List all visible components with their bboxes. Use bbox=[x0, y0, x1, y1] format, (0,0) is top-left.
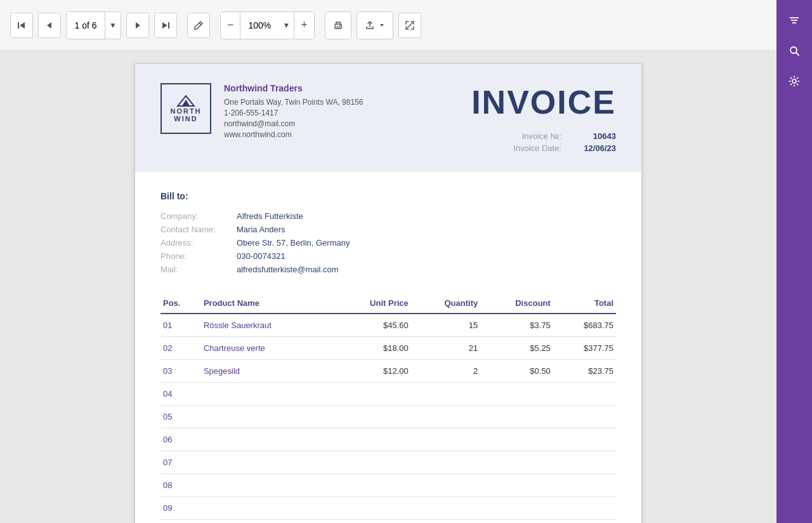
cell-discount bbox=[480, 428, 553, 451]
col-unit-price: Unit Price bbox=[332, 293, 411, 314]
invoice-document: NORTH WIND Northwind Traders One Portals… bbox=[134, 63, 642, 523]
cell-discount bbox=[480, 406, 553, 428]
filter-button[interactable] bbox=[782, 8, 807, 33]
zoom-dropdown-button[interactable]: ▼ bbox=[278, 11, 294, 39]
svg-marker-5 bbox=[162, 22, 167, 29]
zoom-input[interactable] bbox=[240, 11, 278, 39]
cell-product bbox=[201, 451, 332, 474]
bill-mail-label: Mail: bbox=[160, 265, 237, 274]
invoice-date-value: 12/06/23 bbox=[572, 143, 616, 153]
zoom-in-button[interactable]: + bbox=[294, 12, 314, 39]
cell-product bbox=[201, 383, 332, 406]
bill-info: Company: Alfreds Futterkiste Contact Nam… bbox=[160, 211, 616, 274]
cell-unit-price bbox=[332, 406, 411, 428]
cell-unit-price bbox=[332, 383, 411, 406]
bill-address-label: Address: bbox=[160, 238, 237, 248]
cell-quantity bbox=[411, 474, 480, 497]
cell-pos: 03 bbox=[160, 360, 201, 383]
company-email: northwind@mail.com bbox=[224, 119, 363, 128]
bill-mail-value: alfredsfutterkiste@mail.com bbox=[237, 265, 339, 274]
invoice-table: Pos. Product Name Unit Price Quantity Di… bbox=[160, 293, 616, 520]
company-phone: 1-206-555-1417 bbox=[224, 109, 363, 117]
cell-total: $683.75 bbox=[553, 314, 616, 337]
bill-phone-label: Phone: bbox=[160, 251, 237, 261]
cell-quantity bbox=[411, 451, 480, 474]
cell-quantity bbox=[411, 383, 480, 406]
main-area: ▼ − ▼ + bbox=[0, 0, 776, 523]
table-row: 08 bbox=[160, 474, 616, 497]
cell-product bbox=[201, 497, 332, 520]
settings-button[interactable] bbox=[782, 69, 807, 94]
fit-button[interactable] bbox=[398, 13, 421, 38]
cell-pos: 01 bbox=[160, 314, 201, 337]
cell-total bbox=[553, 406, 616, 428]
svg-line-11 bbox=[407, 23, 412, 28]
cell-quantity bbox=[411, 406, 480, 428]
logo-text: NORTH WIND bbox=[170, 107, 201, 122]
zoom-input-group: ▼ bbox=[240, 11, 294, 39]
page-input[interactable] bbox=[67, 12, 105, 39]
col-pos: Pos. bbox=[160, 293, 201, 314]
cell-discount bbox=[480, 497, 553, 520]
cell-pos: 04 bbox=[160, 383, 201, 406]
cell-unit-price bbox=[332, 451, 411, 474]
cell-discount bbox=[480, 451, 553, 474]
invoice-number-label: Invoice №: bbox=[522, 131, 561, 141]
cell-discount: $3.75 bbox=[480, 314, 553, 337]
bill-contact-label: Contact Name: bbox=[160, 225, 237, 234]
cell-product bbox=[201, 474, 332, 497]
company-info: NORTH WIND Northwind Traders One Portals… bbox=[160, 83, 363, 139]
table-row: 07 bbox=[160, 451, 616, 474]
table-row: 01 Rössle Sauerkraut $45.60 15 $3.75 $68… bbox=[160, 314, 616, 337]
cell-quantity bbox=[411, 428, 480, 451]
cell-product: Chartreuse verte bbox=[201, 337, 332, 360]
svg-marker-2 bbox=[47, 22, 51, 29]
svg-marker-1 bbox=[20, 22, 25, 29]
bill-to-title: Bill to: bbox=[160, 191, 616, 201]
cell-pos: 09 bbox=[160, 497, 201, 520]
svg-rect-0 bbox=[18, 22, 19, 29]
next-page-button[interactable] bbox=[126, 13, 149, 38]
col-total: Total bbox=[553, 293, 616, 314]
cell-quantity: 21 bbox=[411, 337, 480, 360]
col-discount: Discount bbox=[480, 293, 553, 314]
page-dropdown-button[interactable]: ▼ bbox=[105, 12, 121, 39]
table-body: 01 Rössle Sauerkraut $45.60 15 $3.75 $68… bbox=[160, 314, 616, 520]
prev-page-button[interactable] bbox=[38, 13, 61, 38]
first-page-button[interactable] bbox=[10, 13, 33, 38]
page-input-group: ▼ bbox=[66, 11, 121, 39]
invoice-header: NORTH WIND Northwind Traders One Portals… bbox=[135, 64, 641, 172]
cell-total bbox=[553, 474, 616, 497]
bill-contact-value: Maria Anders bbox=[237, 225, 285, 234]
cell-unit-price: $45.60 bbox=[332, 314, 411, 337]
cell-pos: 08 bbox=[160, 474, 201, 497]
bill-company-row: Company: Alfreds Futterkiste bbox=[160, 211, 616, 221]
cell-unit-price bbox=[332, 474, 411, 497]
search-button[interactable] bbox=[782, 38, 807, 63]
zoom-out-button[interactable]: − bbox=[221, 12, 240, 39]
company-website: www.northwind.com bbox=[224, 130, 363, 139]
cell-pos: 02 bbox=[160, 337, 201, 360]
cell-discount: $0.50 bbox=[480, 360, 553, 383]
last-page-button[interactable] bbox=[154, 13, 177, 38]
col-quantity: Quantity bbox=[411, 293, 480, 314]
cell-total bbox=[553, 383, 616, 406]
bill-contact-row: Contact Name: Maria Anders bbox=[160, 225, 616, 234]
zoom-group: − ▼ + bbox=[220, 11, 315, 39]
cell-total: $377.75 bbox=[553, 337, 616, 360]
cell-discount: $5.25 bbox=[480, 337, 553, 360]
cell-unit-price bbox=[332, 428, 411, 451]
edit-button[interactable] bbox=[187, 13, 210, 38]
cell-unit-price bbox=[332, 497, 411, 520]
bill-company-value: Alfreds Futterkiste bbox=[237, 211, 303, 221]
svg-point-18 bbox=[792, 79, 796, 83]
bill-address-value: Obere Str. 57, Berlin, Germany bbox=[237, 238, 350, 248]
company-logo: NORTH WIND bbox=[160, 83, 211, 134]
bill-phone-row: Phone: 030-0074321 bbox=[160, 251, 616, 261]
cell-discount bbox=[480, 474, 553, 497]
invoice-title-section: INVOICE Invoice №: 10643 Invoice Date: 1… bbox=[471, 83, 616, 153]
cell-unit-price: $18.00 bbox=[332, 337, 411, 360]
export-button[interactable] bbox=[357, 11, 393, 39]
table-row: 05 bbox=[160, 406, 616, 428]
print-button[interactable] bbox=[325, 11, 351, 39]
